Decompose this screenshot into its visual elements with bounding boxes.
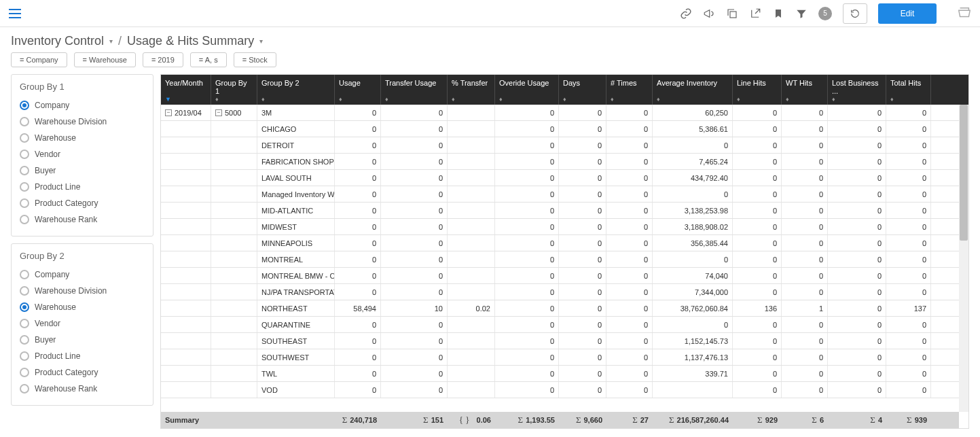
radio-button[interactable] (20, 117, 29, 126)
column-header[interactable]: Usage♦ (335, 75, 381, 105)
radio-button[interactable] (20, 215, 29, 224)
column-header[interactable]: Year/Month▼ (161, 75, 211, 105)
column-header[interactable]: Lost Business ...♦ (828, 75, 886, 105)
bookmark-icon[interactable] (772, 7, 784, 20)
radio-button[interactable] (20, 384, 29, 394)
radio-button[interactable] (20, 368, 29, 377)
table-row[interactable]: DETROIT0000000000 (161, 137, 968, 154)
radio-button[interactable] (20, 150, 29, 159)
radio-option[interactable]: Buyer (20, 332, 145, 348)
radio-option[interactable]: Product Line (20, 348, 145, 364)
radio-option[interactable]: Warehouse (20, 299, 145, 315)
table-row[interactable]: MIDWEST000003,188,908.020000 (161, 219, 968, 235)
column-header[interactable]: Group By 2♦ (257, 75, 335, 105)
table-row[interactable]: FABRICATION SHOP000007,465.240000 (161, 154, 968, 170)
radio-button[interactable] (20, 335, 29, 345)
table-row[interactable]: MONTREAL BMW - CON…0000074,0400000 (161, 268, 968, 284)
filter-chip[interactable]: = Company (11, 52, 67, 67)
radio-button[interactable] (20, 319, 29, 328)
column-header[interactable]: Total Hits♦ (886, 75, 931, 105)
column-header[interactable]: # Times♦ (606, 75, 653, 105)
edit-button[interactable]: Edit (878, 3, 937, 24)
breadcrumb-current[interactable]: Usage & Hits Summary (127, 34, 254, 48)
table-cell: 0 (335, 382, 381, 398)
link-icon[interactable] (680, 7, 692, 20)
radio-option[interactable]: Vendor (20, 315, 145, 332)
scrollbar-thumb[interactable] (960, 105, 968, 241)
radio-option[interactable]: Product Category (20, 195, 145, 211)
radio-button[interactable] (20, 286, 29, 296)
radio-option[interactable]: Vendor (20, 146, 145, 162)
filter-chip[interactable]: = A, s (190, 52, 227, 67)
megaphone-icon[interactable] (703, 7, 715, 20)
radio-option[interactable]: Company (20, 97, 145, 113)
table-cell (161, 300, 211, 316)
radio-button[interactable] (20, 302, 29, 312)
scrollbar-vertical[interactable] (959, 105, 968, 412)
column-header[interactable]: Group By 1♦ (211, 75, 257, 105)
collapse-icon[interactable]: − (215, 109, 222, 116)
table-row[interactable]: Managed Inventory WH0000000000 (161, 186, 968, 203)
radio-label: Product Category (35, 198, 98, 208)
table-row[interactable]: LAVAL SOUTH00000434,792.400000 (161, 170, 968, 186)
radio-button[interactable] (20, 182, 29, 192)
caret-down-icon[interactable]: ▾ (259, 37, 263, 45)
caret-down-icon[interactable]: ▾ (109, 37, 113, 45)
year-month-link[interactable]: 2019/04 (175, 109, 202, 117)
radio-option[interactable]: Warehouse Division (20, 283, 145, 299)
table-cell: 0 (559, 382, 606, 398)
radio-option[interactable]: Product Category (20, 364, 145, 381)
radio-button[interactable] (20, 133, 29, 143)
export-icon[interactable] (749, 7, 761, 20)
collapse-icon[interactable]: − (165, 109, 172, 116)
table-row[interactable]: MINNEAPOLIS00000356,385.440000 (161, 235, 968, 251)
table-row[interactable]: MONTREAL0000000000 (161, 251, 968, 268)
column-header[interactable]: % Transfer♦ (448, 75, 495, 105)
hamburger-icon[interactable] (7, 5, 23, 22)
radio-option[interactable]: Warehouse Rank (20, 211, 145, 228)
column-header[interactable]: Average Inventory♦ (653, 75, 733, 105)
table-row[interactable]: SOUTHEAST000001,152,145.730000 (161, 333, 968, 349)
table-row[interactable]: TWL00000339.710000 (161, 366, 968, 382)
column-header[interactable]: Days♦ (559, 75, 606, 105)
table-row[interactable]: QUARANTINE0000000000 (161, 317, 968, 333)
radio-option[interactable]: Buyer (20, 162, 145, 179)
radio-option[interactable]: Company (20, 266, 145, 283)
table-row[interactable]: NORTHEAST58,494100.0200038,762,060.84136… (161, 300, 968, 317)
radio-button[interactable] (20, 166, 29, 175)
breadcrumb-parent[interactable]: Inventory Control (11, 34, 104, 48)
column-header[interactable]: Line Hits♦ (733, 75, 782, 105)
radio-button[interactable] (20, 101, 29, 110)
table-row[interactable]: CHICAGO000005,386.610000 (161, 121, 968, 137)
table-row[interactable]: −2019/04−50003M0000060,2500000 (161, 105, 968, 121)
drawer-icon[interactable] (957, 5, 973, 22)
table-cell: 0 (606, 219, 653, 234)
radio-option[interactable]: Warehouse (20, 130, 145, 146)
table-row[interactable]: SOUTHWEST000001,137,476.130000 (161, 349, 968, 366)
table-cell: 0 (559, 333, 606, 349)
table-cell: 0 (782, 317, 828, 332)
filter-icon[interactable] (795, 7, 807, 20)
column-header[interactable]: Transfer Usage♦ (381, 75, 448, 105)
filter-count-badge[interactable]: 5 (818, 7, 832, 20)
table-cell: 0 (381, 268, 448, 283)
radio-button[interactable] (20, 270, 29, 279)
table-cell: 0 (733, 121, 782, 137)
radio-option[interactable]: Warehouse Division (20, 113, 145, 130)
radio-option[interactable]: Warehouse Rank (20, 381, 145, 397)
table-cell: 0 (733, 105, 782, 120)
table-row[interactable]: NJ/PA TRANSPORTATI…000007,344,0000000 (161, 284, 968, 300)
filter-chip[interactable]: = Warehouse (74, 52, 136, 67)
radio-button[interactable] (20, 198, 29, 208)
table-row[interactable]: MID-ATLANTIC000003,138,253.980000 (161, 203, 968, 219)
reset-button[interactable] (843, 3, 867, 24)
column-header[interactable]: WT Hits♦ (782, 75, 828, 105)
radio-button[interactable] (20, 351, 29, 361)
filter-chip[interactable]: = Stock (234, 52, 276, 67)
table-cell: 0 (733, 382, 782, 398)
filter-chip[interactable]: = 2019 (143, 52, 183, 67)
radio-option[interactable]: Product Line (20, 179, 145, 195)
table-row[interactable]: VOD000000000 (161, 382, 968, 398)
column-header[interactable]: Overide Usage♦ (495, 75, 559, 105)
copy-icon[interactable] (726, 7, 738, 20)
